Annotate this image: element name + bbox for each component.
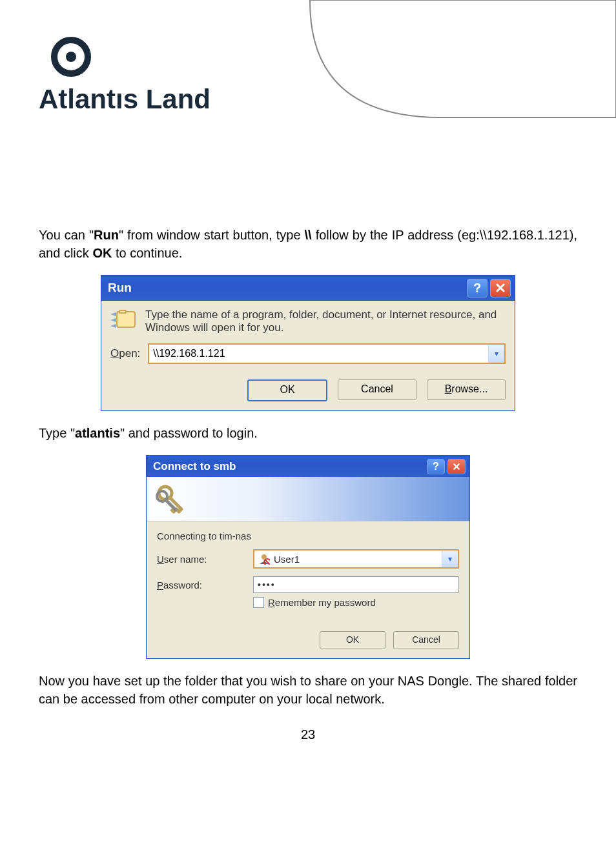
remember-label[interactable]: Remember my password <box>268 597 376 608</box>
keys-icon <box>154 482 188 516</box>
connect-dialog-title: Connect to smb <box>153 460 427 473</box>
chevron-down-icon[interactable]: ▾ <box>442 550 458 567</box>
connect-banner <box>147 477 469 521</box>
help-button[interactable]: ? <box>427 459 445 474</box>
svg-rect-3 <box>117 312 135 327</box>
run-dialog-title: Run <box>108 281 467 295</box>
user-icon <box>258 553 270 565</box>
password-input[interactable]: •••• <box>253 576 459 593</box>
run-dialog: Run ? Type the na <box>101 275 515 411</box>
username-combobox[interactable]: User1 ▾ <box>253 549 459 569</box>
brand-logo: Atlantıs Land <box>39 32 577 116</box>
connect-titlebar[interactable]: Connect to smb ? <box>147 456 469 477</box>
connect-dialog: Connect to smb ? Connecting to tim-nas <box>146 455 470 659</box>
close-button[interactable] <box>447 459 466 474</box>
browse-button[interactable]: Browse... <box>427 379 506 400</box>
ok-button[interactable]: OK <box>320 631 385 649</box>
remember-checkbox[interactable] <box>253 597 264 608</box>
svg-point-1 <box>66 52 76 62</box>
open-label: Open: <box>110 347 140 360</box>
username-value: User1 <box>274 554 300 565</box>
run-description-text: Type the name of a program, folder, docu… <box>145 308 506 334</box>
open-input[interactable] <box>149 345 488 363</box>
run-icon <box>110 308 136 332</box>
connecting-text: Connecting to tim-nas <box>157 530 459 541</box>
run-titlebar[interactable]: Run ? <box>101 276 515 301</box>
page-number: 23 <box>39 727 577 742</box>
svg-rect-4 <box>119 310 126 313</box>
username-label: User name: <box>157 554 244 565</box>
password-label: Password: <box>157 580 244 590</box>
close-button[interactable] <box>490 279 511 298</box>
cancel-button[interactable]: Cancel <box>393 631 459 649</box>
paragraph-summary: Now you have set up the folder that you … <box>39 672 577 708</box>
chevron-down-icon[interactable]: ▾ <box>488 345 504 363</box>
open-combobox[interactable]: ▾ <box>148 343 506 364</box>
paragraph-login-instructions: Type "atlantis" and password to login. <box>39 424 577 442</box>
ok-button[interactable]: OK <box>247 379 327 401</box>
svg-text:Atlantıs Land: Atlantıs Land <box>39 84 210 114</box>
help-button[interactable]: ? <box>467 279 488 298</box>
paragraph-run-instructions: You can "Run" from window start button, … <box>39 226 577 262</box>
cancel-button[interactable]: Cancel <box>338 379 416 400</box>
